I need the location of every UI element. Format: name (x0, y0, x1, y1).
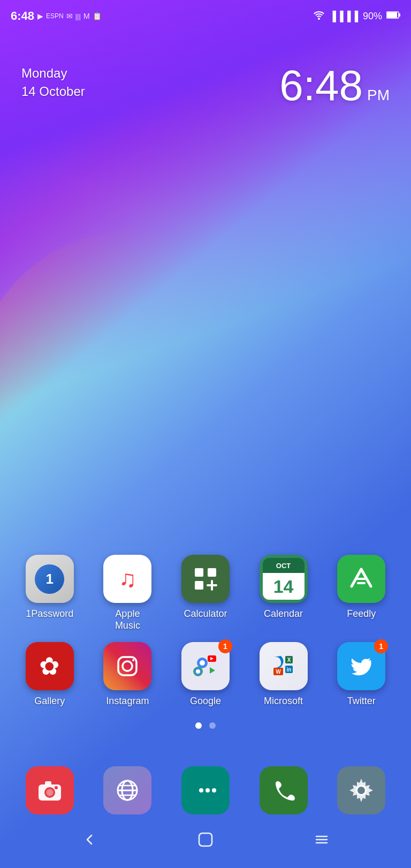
signal-bars-icon: ▐▐▐▐ (329, 11, 359, 22)
instagram-icon (103, 642, 151, 690)
recent-apps-button[interactable] (309, 827, 334, 856)
day-of-week: Monday (21, 64, 85, 82)
calculator-icon (181, 555, 230, 603)
app-row-1: 1 1Password ♫ AppleMusic (11, 555, 400, 631)
apple-music-label: AppleMusic (115, 608, 140, 631)
svg-point-18 (196, 669, 200, 674)
app-calculator[interactable]: Calculator (173, 555, 238, 631)
svg-point-14 (200, 660, 205, 666)
nav-bar (0, 814, 411, 868)
camera-dock-icon (26, 766, 74, 814)
settings-dock-icon (337, 766, 385, 814)
battery-icon (386, 11, 400, 22)
wifi-icon (313, 10, 325, 22)
home-button[interactable] (192, 826, 219, 857)
page-dot-2[interactable] (209, 722, 216, 729)
back-button[interactable] (77, 827, 102, 856)
calculator-label: Calculator (184, 608, 227, 620)
svg-rect-4 (208, 568, 216, 577)
svg-point-12 (132, 659, 134, 661)
feedly-label: Feedly (347, 608, 376, 620)
svg-rect-3 (195, 568, 203, 577)
svg-rect-30 (45, 781, 51, 786)
youtube-icon: ▶ (37, 12, 43, 20)
svg-text:in: in (286, 667, 291, 673)
page-indicators (0, 722, 411, 729)
twitter-label: Twitter (347, 696, 376, 707)
dock-phone[interactable] (257, 766, 310, 814)
status-left: 6:48 ▶ ESPN ✉ ||| M 📋 (11, 9, 102, 23)
date-display: Monday 14 October (21, 64, 85, 100)
google-badge: 1 (218, 639, 232, 653)
status-icons: ▶ ESPN ✉ ||| M 📋 (37, 12, 102, 20)
messages-dock-icon (181, 766, 230, 814)
espn-icon: ESPN (46, 12, 64, 20)
page-dot-1[interactable] (195, 722, 202, 729)
svg-point-41 (357, 787, 365, 794)
date-full: 14 October (21, 82, 85, 101)
feedly-icon (337, 555, 385, 603)
dock-browser[interactable] (101, 766, 154, 814)
app-apple-music[interactable]: ♫ AppleMusic (95, 555, 159, 631)
clipboard-icon: 📋 (93, 12, 102, 20)
svg-text:W: W (276, 669, 281, 675)
gmail-icon: M (83, 12, 90, 20)
datetime-display: Monday 14 October 6:48PM (0, 64, 411, 107)
svg-rect-5 (195, 581, 203, 590)
clock-time: 6:48 (279, 62, 363, 109)
dock-settings[interactable] (334, 766, 388, 814)
svg-rect-2 (399, 13, 400, 17)
svg-point-31 (55, 786, 58, 789)
calendar-icon: OCT 14 (260, 555, 308, 603)
wallpaper (0, 0, 411, 868)
app-calendar[interactable]: OCT 14 Calendar (252, 555, 316, 631)
app-google[interactable]: 1 Google (173, 642, 238, 707)
svg-point-37 (199, 788, 203, 792)
microsoft-label: Microsoft (264, 696, 303, 707)
mail-icon: ✉ (66, 12, 73, 20)
svg-point-29 (47, 790, 52, 795)
gallery-label: Gallery (34, 696, 65, 707)
google-label: Google (190, 696, 221, 707)
1password-label: 1Password (26, 608, 73, 620)
svg-text:X: X (287, 657, 291, 663)
status-right: ▐▐▐▐ 90% (313, 10, 400, 22)
browser-dock-icon (103, 766, 151, 814)
svg-point-39 (212, 788, 216, 792)
app-row-2: ✿ Gallery Instagram (11, 642, 400, 707)
app-grid: 1 1Password ♫ AppleMusic (0, 555, 411, 718)
1password-icon: 1 (26, 555, 74, 603)
twitter-badge: 1 (374, 639, 388, 653)
calendar-label: Calendar (264, 608, 303, 620)
signal-icon: ||| (75, 12, 81, 20)
clock-ampm: PM (367, 87, 390, 103)
svg-rect-42 (199, 833, 212, 846)
instagram-label: Instagram (106, 696, 149, 707)
dock-camera[interactable] (23, 766, 77, 814)
dock-messages[interactable] (179, 766, 232, 814)
app-feedly[interactable]: Feedly (329, 555, 393, 631)
app-1password[interactable]: 1 1Password (18, 555, 82, 631)
app-instagram[interactable]: Instagram (95, 642, 159, 707)
apple-music-icon: ♫ (103, 555, 151, 603)
battery-percentage: 90% (363, 11, 382, 22)
svg-marker-19 (210, 667, 215, 674)
dock (0, 766, 411, 814)
app-microsoft[interactable]: X in W Microsoft (252, 642, 316, 707)
svg-rect-1 (387, 12, 397, 18)
clock-display: 6:48PM (279, 64, 390, 107)
svg-point-11 (123, 661, 132, 671)
app-gallery[interactable]: ✿ Gallery (18, 642, 82, 707)
status-time: 6:48 (11, 9, 34, 23)
status-bar: 6:48 ▶ ESPN ✉ ||| M 📋 ▐▐▐▐ 90% (0, 0, 411, 32)
phone-dock-icon (260, 766, 308, 814)
svg-point-38 (206, 788, 210, 792)
microsoft-icon: X in W (260, 642, 308, 690)
app-twitter[interactable]: 1 Twitter (329, 642, 393, 707)
gallery-icon: ✿ (26, 642, 74, 690)
